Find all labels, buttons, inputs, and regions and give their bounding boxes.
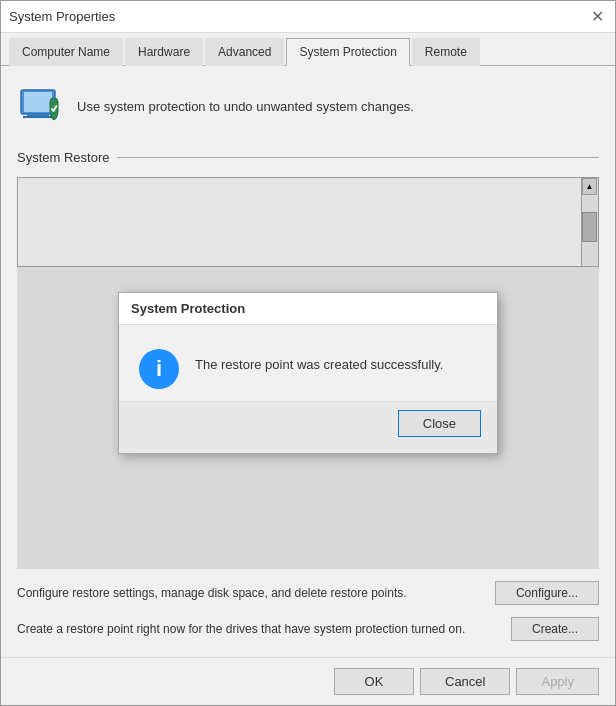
section-label: System Restore [17,150,109,165]
dialog-message: The restore point was created successful… [195,349,443,372]
cancel-button[interactable]: Cancel [420,668,510,695]
configure-row: Configure restore settings, manage disk … [17,581,599,605]
create-row: Create a restore point right now for the… [17,617,599,641]
tab-bar: Computer Name Hardware Advanced System P… [1,33,615,66]
tab-advanced[interactable]: Advanced [205,38,284,66]
svg-rect-2 [23,116,53,118]
dialog-footer: Close [119,401,497,453]
dialog-body: i The restore point was created successf… [119,325,497,401]
dialog-title: System Protection [131,301,245,316]
tab-hardware[interactable]: Hardware [125,38,203,66]
main-content: Use system protection to undo unwanted s… [1,66,615,657]
system-properties-window: System Properties ✕ Computer Name Hardwa… [0,0,616,706]
dialog-close-button[interactable]: Close [398,410,481,437]
ok-button[interactable]: OK [334,668,414,695]
close-icon: ✕ [591,7,604,26]
info-circle-icon: i [139,349,179,389]
info-bar: Use system protection to undo unwanted s… [17,82,599,138]
create-button[interactable]: Create... [511,617,599,641]
configure-text: Configure restore settings, manage disk … [17,586,483,600]
title-bar: System Properties ✕ [1,1,615,33]
content-area: ▲ System Protection i The restore point … [17,177,599,569]
tab-computer-name[interactable]: Computer Name [9,38,123,66]
configure-button[interactable]: Configure... [495,581,599,605]
create-text: Create a restore point right now for the… [17,622,499,636]
computer-shield-icon [17,82,65,130]
tab-system-protection[interactable]: System Protection [286,38,409,66]
apply-button[interactable]: Apply [516,668,599,695]
tab-remote[interactable]: Remote [412,38,480,66]
info-text: Use system protection to undo unwanted s… [77,99,414,114]
system-protection-dialog: System Protection i The restore point wa… [118,292,498,454]
close-button[interactable]: ✕ [587,7,607,27]
svg-rect-3 [24,92,52,112]
dialog-overlay: System Protection i The restore point wa… [17,177,599,569]
window-title: System Properties [9,9,115,24]
dialog-title-bar: System Protection [119,293,497,325]
bottom-bar: OK Cancel Apply [1,657,615,705]
section-header: System Restore [17,150,599,165]
